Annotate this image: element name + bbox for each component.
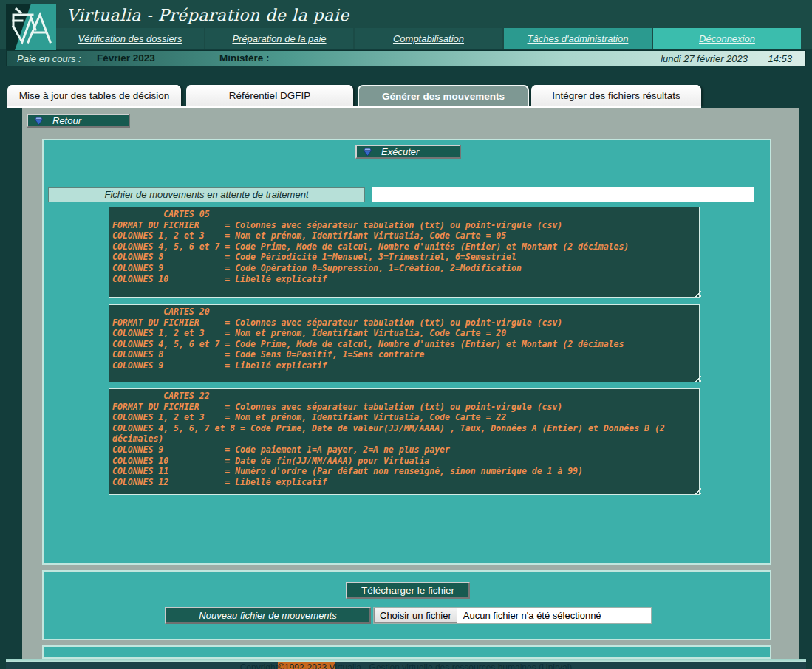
gem-icon [363,148,372,157]
empty-strip-panel [42,645,771,659]
paie-en-cours-label: Paie en cours : [17,53,81,64]
choisir-fichier-button[interactable]: Choisir un fichier [374,608,457,623]
nav-taches-administration[interactable]: Tâches d'administration [504,28,652,49]
cartes-20-textarea[interactable]: CARTES 20 FORMAT DU FICHIER = Colonnes a… [109,304,700,382]
current-date: lundi 27 février 2023 [661,53,748,64]
copyright-highlight: ©1992-2023 V [278,662,335,669]
generation-panel: Exécuter Fichier de mouvements en attent… [42,139,771,565]
gem-icon [34,117,44,126]
content-area: Retour Exécuter Fichier de mouvements en… [22,108,799,659]
retour-button[interactable]: Retour [27,114,130,128]
retour-label: Retour [52,115,81,126]
no-file-selected-text: Aucun fichier n'a été sélectionné [463,610,601,621]
nav-comptabilisation[interactable]: Comptabilisation [355,28,502,49]
pending-file-input[interactable] [372,187,754,202]
nouveau-fichier-label: Nouveau fichier de mouvements [165,607,371,624]
cartes-05-textarea[interactable]: CARTES 05 FORMAT DU FICHIER = Colonnes a… [109,207,700,298]
copyright-prefix: Copyright [240,662,278,669]
ministere-label: Ministère : [219,52,270,64]
copyright-text: Copyright ©1992-2023 Virtualia - Gestion… [6,662,806,669]
paie-en-cours-value: Février 2023 [97,52,155,64]
app-header: Virtualia - Préparation de la paie Vérif… [0,0,812,49]
virtualia-logo-icon [6,4,56,50]
tab-generer-mouvements[interactable]: Générer des mouvements [358,85,529,106]
tab-integrer-fichiers-resultats[interactable]: Intégrer des fichiers résultats [531,85,701,106]
copyright-suffix: irtualia - Gestion virtuelle des ressour… [335,662,573,669]
telecharger-fichier-button[interactable]: Télécharger le fichier [346,582,470,599]
cartes-22-textarea[interactable]: CARTES 22 FORMAT DU FICHIER = Colonnes a… [109,388,700,495]
nav-preparation-paie[interactable]: Préparation de la paie [205,28,353,49]
nav-verification-dossiers[interactable]: Vérification des dossiers [56,28,204,49]
footer-bar: Copyright ©1992-2023 Virtualia - Gestion… [6,659,806,669]
nav-deconnexion[interactable]: Déconnexion [653,28,801,49]
page-title: Virtualia - Préparation de la paie [66,6,349,24]
executer-button[interactable]: Exécuter [355,145,461,159]
tab-mise-a-jour-tables[interactable]: Mise à jour des tables de décision [7,85,181,106]
pending-file-label: Fichier de mouvements en attente de trai… [48,187,365,202]
status-bar: Paie en cours : Février 2023 Ministère :… [6,50,806,66]
executer-label: Exécuter [381,146,419,157]
file-upload-input[interactable]: Choisir un fichier Aucun fichier n'a été… [373,607,652,624]
file-transfer-panel: Télécharger le fichier Nouveau fichier d… [42,570,771,640]
tab-referentiel-dgfip[interactable]: Référentiel DGFIP [186,85,353,106]
current-time: 14:53 [768,53,792,64]
